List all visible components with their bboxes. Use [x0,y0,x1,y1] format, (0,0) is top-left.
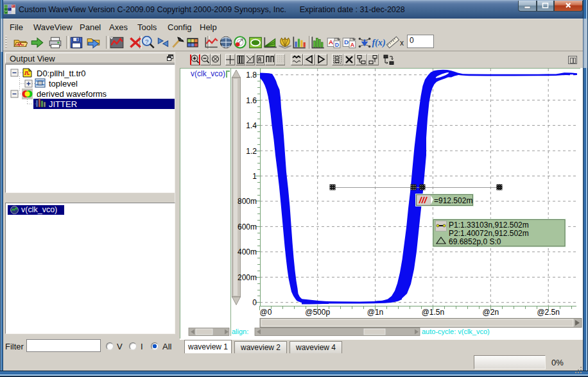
svg-text:@500p: @500p [305,308,330,317]
svg-text:1.4: 1.4 [246,121,257,130]
svg-text:f(x): f(x) [372,37,385,48]
svg-text:69.6852p,0 S:0: 69.6852p,0 S:0 [449,237,501,246]
svg-text:@2.5n: @2.5n [537,308,560,317]
svg-text:=912.502m: =912.502m [434,196,472,205]
svg-text:A: A [350,42,354,48]
svg-text:D: D [344,38,349,46]
svg-text:0: 0 [252,298,257,307]
svg-text:@0: @0 [260,308,272,317]
svg-text:400m: 400m [238,247,257,256]
svg-text:auto-cycle: v(clk_vco): auto-cycle: v(clk_vco) [422,328,490,335]
svg-text:1: 1 [252,172,257,181]
svg-text:align:: align: [232,328,248,335]
svg-text:?: ? [145,38,149,45]
svg-text:1.6: 1.6 [246,96,257,105]
svg-text:800m: 800m [238,197,257,206]
svg-text:200m: 200m [238,273,257,282]
svg-text:600m: 600m [238,222,257,231]
svg-text:1.8: 1.8 [246,71,257,80]
svg-text:1.2: 1.2 [246,147,257,156]
svg-text:@2n: @2n [483,308,499,317]
svg-text:@1.5n: @1.5n [422,308,445,317]
svg-text:@1n: @1n [367,308,384,317]
svg-text:D: D [335,42,339,48]
svg-text:A: A [329,38,333,46]
svg-text:P2:1.40072n,912.502m: P2:1.40072n,912.502m [449,229,529,238]
